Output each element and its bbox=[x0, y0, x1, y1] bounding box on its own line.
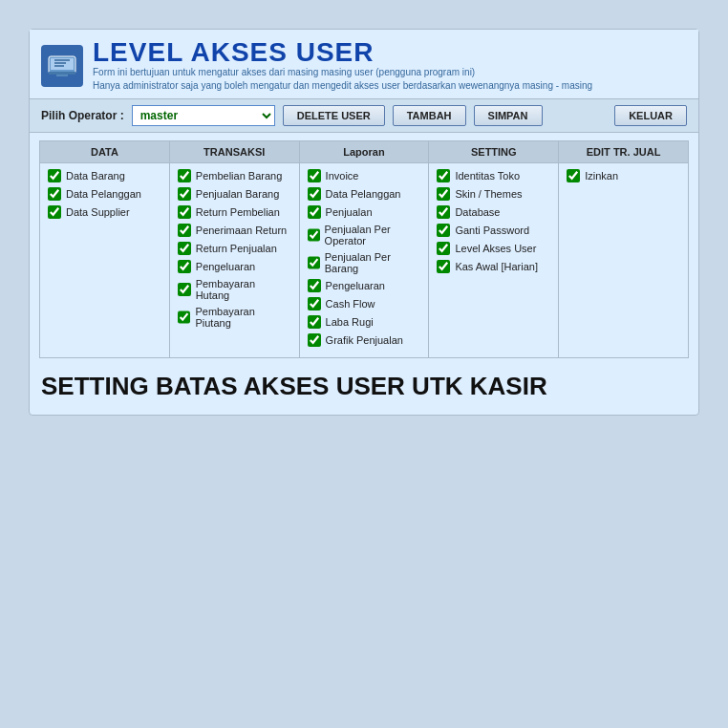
checkbox-skin-themes[interactable] bbox=[437, 187, 450, 201]
label-pembayaran-piutang: Pembayaran Piutang bbox=[195, 306, 290, 329]
bottom-title: SETTING BATAS AKSES USER UTK KASIR bbox=[30, 364, 698, 405]
list-item: Ganti Password bbox=[437, 224, 550, 237]
checkbox-lap-data-pelanggan[interactable] bbox=[308, 187, 321, 201]
page-title: LEVEL AKSES USER bbox=[93, 39, 592, 66]
checkbox-pembayaran-hutang[interactable] bbox=[178, 283, 191, 296]
label-lap-data-pelanggan: Data Pelanggan bbox=[326, 188, 401, 200]
checkbox-penjualan-barang[interactable] bbox=[178, 187, 191, 201]
label-penerimaan-return: Penerimaan Return bbox=[196, 225, 287, 236]
list-item: Grafik Penjualan bbox=[308, 333, 421, 347]
label-kas-awal: Kas Awal [Harian] bbox=[455, 261, 538, 272]
label-pengeluaran-t: Pengeluaran bbox=[196, 261, 255, 272]
list-item: Return Penjualan bbox=[178, 242, 291, 255]
operator-label: Pilih Operator : bbox=[41, 109, 124, 122]
label-return-pembelian: Return Pembelian bbox=[196, 206, 280, 218]
checkbox-cash-flow[interactable] bbox=[308, 297, 321, 310]
checkbox-data-pelanggan[interactable] bbox=[48, 187, 61, 201]
list-item: Data Pelanggan bbox=[308, 187, 421, 201]
label-cash-flow: Cash Flow bbox=[326, 298, 375, 310]
checkbox-penjualan-per-barang[interactable] bbox=[308, 256, 320, 269]
col-transaksi-body: Pembelian Barang Penjualan Barang Return… bbox=[170, 163, 299, 339]
checkbox-data-barang[interactable] bbox=[48, 169, 61, 182]
label-return-penjualan: Return Penjualan bbox=[196, 243, 277, 254]
label-pengeluaran-lap: Pengeluaran bbox=[326, 280, 385, 291]
col-setting-header: SETTING bbox=[429, 141, 558, 163]
label-izinkan: Izinkan bbox=[585, 170, 618, 182]
list-item: Level Akses User bbox=[437, 242, 550, 255]
checkbox-pengeluaran-lap[interactable] bbox=[308, 279, 321, 292]
checkbox-identitas-toko[interactable] bbox=[437, 169, 450, 182]
label-penjualan-lap: Penjualan bbox=[326, 206, 373, 218]
label-skin-themes: Skin / Themes bbox=[455, 188, 522, 200]
label-identitas-toko: Identitas Toko bbox=[455, 170, 520, 182]
checkbox-pengeluaran-t[interactable] bbox=[178, 260, 191, 273]
list-item: Data Pelanggan bbox=[48, 187, 161, 201]
simpan-button[interactable]: SIMPAN bbox=[474, 105, 543, 126]
list-item: Data Barang bbox=[48, 169, 161, 182]
list-item: Pembayaran Piutang bbox=[178, 306, 291, 329]
col-transaksi-header: TRANSAKSI bbox=[170, 141, 299, 163]
list-item: Penjualan bbox=[308, 205, 421, 219]
list-item: Identitas Toko bbox=[437, 169, 550, 182]
checkbox-database[interactable] bbox=[437, 205, 450, 219]
checkbox-izinkan[interactable] bbox=[567, 169, 580, 182]
label-pembelian-barang: Pembelian Barang bbox=[196, 170, 283, 182]
label-penjualan-per-operator: Penjualan Per Operator bbox=[325, 224, 421, 246]
label-ganti-password: Ganti Password bbox=[455, 225, 529, 236]
list-item: Pengeluaran bbox=[308, 279, 421, 292]
list-item: Invoice bbox=[308, 169, 421, 182]
col-laporan-body: Invoice Data Pelanggan Penjualan Penjual… bbox=[300, 163, 429, 357]
checkbox-pembayaran-piutang[interactable] bbox=[178, 310, 191, 324]
svg-rect-3 bbox=[56, 75, 68, 76]
header-section: LEVEL AKSES USER Form ini bertujuan untu… bbox=[30, 30, 698, 98]
list-item: Skin / Themes bbox=[437, 187, 550, 201]
col-edit-tr-jual-body: Izinkan bbox=[559, 163, 688, 193]
list-item: Penjualan Per Operator bbox=[308, 224, 421, 246]
checkbox-level-akses-user[interactable] bbox=[437, 242, 450, 255]
checkbox-penerimaan-return[interactable] bbox=[178, 224, 191, 237]
list-item: Database bbox=[437, 205, 550, 219]
label-data-supplier: Data Supplier bbox=[66, 206, 130, 218]
col-data: DATA Data Barang Data Pelanggan Data Sup… bbox=[40, 141, 170, 357]
list-item: Pembayaran Hutang bbox=[178, 278, 291, 301]
col-data-body: Data Barang Data Pelanggan Data Supplier bbox=[40, 163, 169, 229]
label-penjualan-per-barang: Penjualan Per Barang bbox=[325, 251, 421, 274]
label-invoice: Invoice bbox=[326, 170, 359, 182]
checkbox-laba-rugi[interactable] bbox=[308, 315, 321, 329]
checkbox-penjualan-lap[interactable] bbox=[308, 205, 321, 219]
checkbox-return-pembelian[interactable] bbox=[178, 205, 191, 219]
header-text: LEVEL AKSES USER Form ini bertujuan untu… bbox=[93, 39, 592, 93]
col-data-header: DATA bbox=[40, 141, 169, 163]
list-item: Penerimaan Return bbox=[178, 224, 291, 237]
label-penjualan-barang: Penjualan Barang bbox=[196, 188, 279, 200]
checkbox-pembelian-barang[interactable] bbox=[178, 169, 191, 182]
delete-user-button[interactable]: DELETE USER bbox=[283, 105, 385, 126]
list-item: Laba Rugi bbox=[308, 315, 421, 329]
checkbox-invoice[interactable] bbox=[308, 169, 321, 182]
svg-rect-2 bbox=[49, 72, 75, 75]
checkbox-data-supplier[interactable] bbox=[48, 205, 61, 219]
tambah-button[interactable]: TAMBAH bbox=[393, 105, 466, 126]
checkbox-return-penjualan[interactable] bbox=[178, 242, 191, 255]
label-data-barang: Data Barang bbox=[66, 170, 125, 182]
header-desc1: Form ini bertujuan untuk mengatur akses … bbox=[93, 66, 592, 79]
operator-select[interactable]: master bbox=[132, 105, 275, 126]
header-desc2: Hanya administrator saja yang boleh meng… bbox=[93, 79, 592, 93]
label-data-pelanggan: Data Pelanggan bbox=[66, 188, 141, 200]
checkbox-kas-awal[interactable] bbox=[437, 260, 450, 273]
col-edit-tr-jual-header: EDIT TR. JUAL bbox=[559, 141, 688, 163]
checkbox-grafik-penjualan[interactable] bbox=[308, 333, 321, 347]
col-transaksi: TRANSAKSI Pembelian Barang Penjualan Bar… bbox=[170, 141, 300, 357]
list-item: Data Supplier bbox=[48, 205, 161, 219]
label-database: Database bbox=[455, 206, 500, 218]
list-item: Penjualan Barang bbox=[178, 187, 291, 201]
app-icon bbox=[41, 45, 83, 87]
label-grafik-penjualan: Grafik Penjualan bbox=[326, 334, 403, 346]
checkbox-penjualan-per-operator[interactable] bbox=[308, 228, 320, 242]
toolbar: Pilih Operator : master DELETE USER TAMB… bbox=[30, 98, 698, 133]
keluar-button[interactable]: KELUAR bbox=[614, 105, 687, 126]
checkbox-ganti-password[interactable] bbox=[437, 224, 450, 237]
access-columns: DATA Data Barang Data Pelanggan Data Sup… bbox=[39, 140, 689, 358]
list-item: Cash Flow bbox=[308, 297, 421, 310]
label-level-akses-user: Level Akses User bbox=[455, 243, 536, 254]
